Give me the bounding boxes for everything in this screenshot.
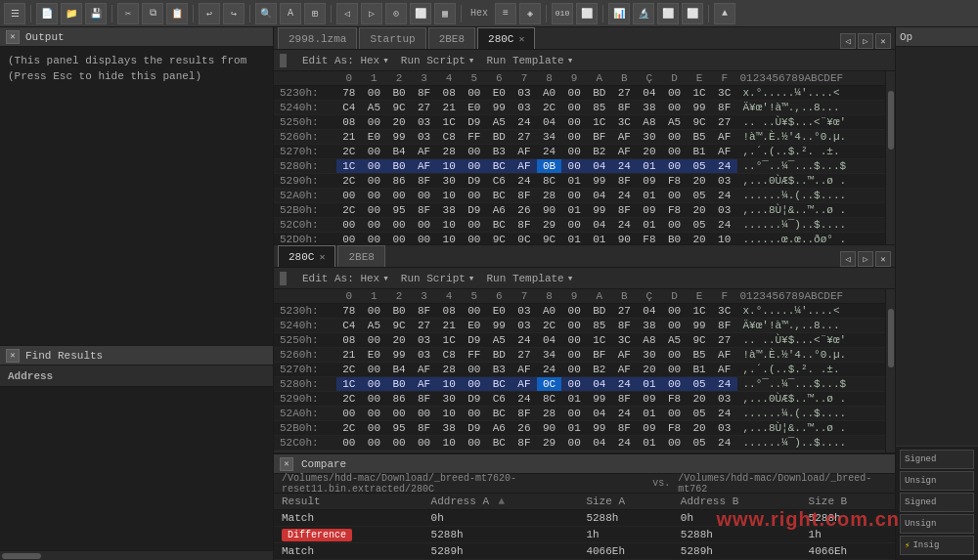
byte-cell[interactable]: 28 bbox=[537, 189, 562, 203]
byte-cell[interactable]: 00 bbox=[462, 189, 487, 203]
byte-cell[interactable]: 00 bbox=[662, 159, 688, 174]
byte-cell[interactable]: AF bbox=[412, 363, 437, 377]
tool5[interactable]: ▦ bbox=[434, 3, 456, 24]
tool4[interactable]: ⬜ bbox=[410, 3, 431, 24]
byte-cell[interactable]: 03 bbox=[511, 101, 537, 115]
byte-cell[interactable]: 00 bbox=[462, 86, 487, 101]
hex-btn[interactable]: ⊞ bbox=[304, 3, 326, 24]
byte-cell[interactable]: 1C bbox=[687, 86, 712, 101]
byte-cell[interactable]: A6 bbox=[487, 203, 512, 218]
table-row[interactable]: 5260h:21E09903C8FFBD273400BFAF3000B5AF!à… bbox=[274, 348, 885, 363]
byte-cell[interactable]: A8 bbox=[637, 115, 662, 130]
byte-cell[interactable]: 28 bbox=[537, 407, 562, 421]
byte-cell[interactable]: 00 bbox=[662, 130, 688, 145]
byte-cell[interactable]: D9 bbox=[462, 392, 487, 407]
byte-cell[interactable]: 27 bbox=[712, 115, 737, 130]
byte-cell[interactable]: 24 bbox=[612, 159, 638, 174]
byte-cell[interactable]: A6 bbox=[487, 421, 512, 436]
new-btn[interactable]: 📄 bbox=[36, 3, 58, 24]
byte-cell[interactable]: 8F bbox=[511, 436, 537, 451]
byte-cell[interactable]: 05 bbox=[687, 218, 712, 233]
byte-cell[interactable]: 04 bbox=[587, 218, 612, 233]
byte-cell[interactable]: 03 bbox=[412, 130, 437, 145]
byte-cell[interactable]: 00 bbox=[362, 189, 387, 203]
byte-cell[interactable]: 24 bbox=[712, 377, 737, 392]
byte-cell[interactable]: 00 bbox=[662, 304, 688, 319]
byte-cell[interactable]: B1 bbox=[687, 145, 712, 159]
byte-cell[interactable]: BC bbox=[487, 159, 512, 174]
byte-cell[interactable]: A0 bbox=[537, 86, 562, 101]
byte-cell[interactable]: 00 bbox=[336, 407, 362, 421]
byte-cell[interactable]: 8F bbox=[412, 421, 437, 436]
byte-cell[interactable]: 24 bbox=[612, 436, 638, 451]
tool3[interactable]: ⊙ bbox=[385, 3, 407, 24]
byte-cell[interactable]: F8 bbox=[662, 421, 688, 436]
byte-cell[interactable]: B0 bbox=[386, 86, 412, 101]
byte-cell[interactable]: 03 bbox=[412, 333, 437, 348]
byte-cell[interactable]: 1C bbox=[687, 304, 712, 319]
byte-cell[interactable]: F8 bbox=[637, 233, 662, 245]
tab-prev-btn[interactable]: ◁ bbox=[840, 33, 856, 49]
byte-cell[interactable]: C4 bbox=[336, 319, 362, 333]
byte-cell[interactable]: 00 bbox=[462, 159, 487, 174]
byte-cell[interactable]: 34 bbox=[537, 130, 562, 145]
byte-cell[interactable]: 01 bbox=[561, 233, 587, 245]
byte-cell[interactable]: 24 bbox=[511, 115, 537, 130]
byte-cell[interactable]: 00 bbox=[662, 218, 688, 233]
byte-cell[interactable]: BC bbox=[487, 377, 512, 392]
byte-cell[interactable]: 24 bbox=[537, 363, 562, 377]
table-row[interactable]: 5290h:2C00868F30D9C6248C01998F09F82003,.… bbox=[274, 174, 885, 189]
byte-cell[interactable]: 00 bbox=[362, 145, 387, 159]
byte-cell[interactable]: 05 bbox=[687, 189, 712, 203]
byte-cell[interactable]: 24 bbox=[612, 377, 638, 392]
byte-cell[interactable]: 00 bbox=[561, 159, 587, 174]
byte-cell[interactable]: E0 bbox=[462, 319, 487, 333]
byte-cell[interactable]: 85 bbox=[587, 101, 612, 115]
byte-cell[interactable]: 99 bbox=[487, 101, 512, 115]
byte-cell[interactable]: 00 bbox=[386, 407, 412, 421]
byte-cell[interactable]: 26 bbox=[511, 203, 537, 218]
tab-next-btn-bottom[interactable]: ▷ bbox=[858, 251, 873, 267]
byte-cell[interactable]: B3 bbox=[487, 145, 512, 159]
byte-cell[interactable]: 90 bbox=[537, 203, 562, 218]
byte-cell[interactable]: 24 bbox=[612, 407, 638, 421]
run-template-dropdown-bottom[interactable]: Run Template ▾ bbox=[486, 272, 573, 284]
byte-cell[interactable]: 20 bbox=[386, 333, 412, 348]
byte-cell[interactable]: 00 bbox=[462, 233, 487, 245]
byte-cell[interactable]: 8F bbox=[612, 174, 638, 189]
table-row[interactable]: 52D0h:0000000010009C0C9C010190F8B02010..… bbox=[274, 233, 885, 245]
output-pin-btn[interactable]: ✕ bbox=[6, 30, 20, 44]
byte-cell[interactable]: 04 bbox=[637, 304, 662, 319]
byte-cell[interactable]: 2C bbox=[336, 392, 362, 407]
byte-cell[interactable]: 00 bbox=[412, 218, 437, 233]
byte-cell[interactable]: 1C bbox=[436, 115, 462, 130]
byte-cell[interactable]: 10 bbox=[436, 377, 462, 392]
byte-cell[interactable]: 04 bbox=[537, 115, 562, 130]
byte-cell[interactable]: C6 bbox=[487, 392, 512, 407]
byte-cell[interactable]: AF bbox=[412, 159, 437, 174]
byte-cell[interactable]: 0C bbox=[537, 377, 562, 392]
byte-cell[interactable]: D9 bbox=[462, 115, 487, 130]
byte-cell[interactable]: 24 bbox=[511, 333, 537, 348]
byte-cell[interactable]: A5 bbox=[362, 319, 387, 333]
byte-cell[interactable]: 20 bbox=[687, 233, 712, 245]
byte-cell[interactable]: AF bbox=[511, 363, 537, 377]
tool2[interactable]: ▷ bbox=[361, 3, 382, 24]
byte-cell[interactable]: 00 bbox=[362, 377, 387, 392]
byte-cell[interactable]: 8F bbox=[612, 421, 638, 436]
byte-cell[interactable]: 24 bbox=[612, 218, 638, 233]
tool8[interactable]: ⬜ bbox=[576, 3, 598, 24]
search-btn[interactable]: 🔍 bbox=[255, 3, 277, 24]
byte-cell[interactable]: 21 bbox=[336, 348, 362, 363]
byte-cell[interactable]: F8 bbox=[662, 392, 688, 407]
byte-cell[interactable]: 00 bbox=[362, 203, 387, 218]
tab-2be8-bottom[interactable]: 2BE8 bbox=[337, 245, 384, 267]
byte-cell[interactable]: 24 bbox=[511, 174, 537, 189]
byte-cell[interactable]: 00 bbox=[561, 101, 587, 115]
byte-cell[interactable]: 00 bbox=[462, 218, 487, 233]
byte-cell[interactable]: AF bbox=[412, 377, 437, 392]
byte-cell[interactable]: 09 bbox=[637, 174, 662, 189]
byte-cell[interactable]: 00 bbox=[462, 377, 487, 392]
byte-cell[interactable]: 00 bbox=[561, 86, 587, 101]
table-row[interactable]: Match0h5288h0h5288h bbox=[274, 510, 895, 527]
